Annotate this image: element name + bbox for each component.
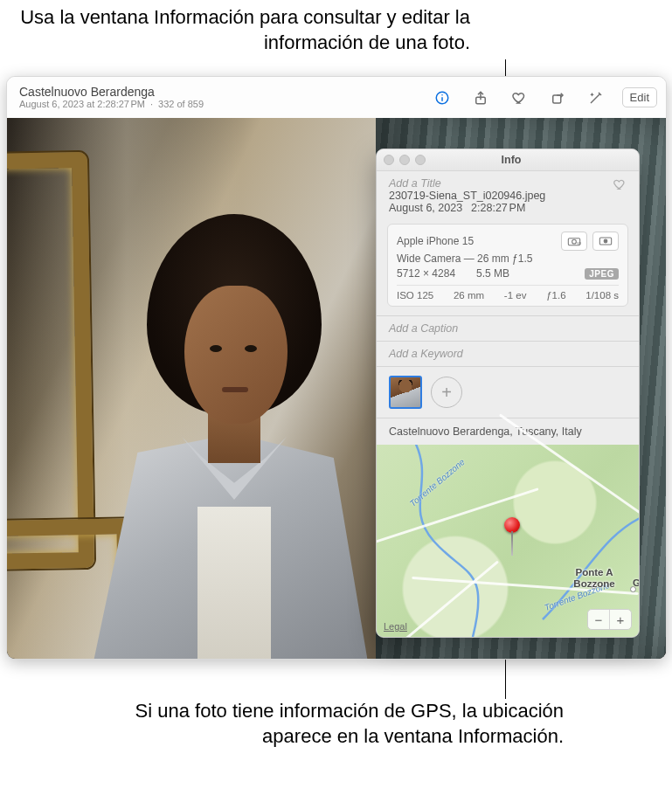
traffic-light-zoom[interactable] bbox=[415, 155, 426, 165]
auto-enhance-icon[interactable] bbox=[584, 86, 608, 110]
gold-frame-decoration bbox=[7, 152, 94, 570]
map-zoom-control: − + bbox=[587, 609, 632, 630]
svg-point-2 bbox=[441, 93, 443, 95]
exif-shutter: 1/108 s bbox=[585, 290, 619, 301]
toolbar-title-block: Castelnuovo Berardenga August 6, 2023 at… bbox=[19, 85, 246, 110]
image-filesize: 5.5 MB bbox=[476, 267, 509, 280]
river-label: Torrente Bozzone bbox=[408, 457, 467, 508]
traffic-light-close[interactable] bbox=[384, 155, 394, 165]
people-row: + bbox=[377, 366, 639, 418]
exif-aperture: ƒ1.6 bbox=[546, 290, 565, 301]
svg-text:WB: WB bbox=[577, 241, 581, 245]
raw-profile-icon[interactable] bbox=[592, 232, 619, 251]
info-date: August 6, 2023 bbox=[389, 202, 462, 214]
photos-toolbar: Castelnuovo Berardenga August 6, 2023 at… bbox=[7, 77, 666, 119]
info-header-section: Add a Title 230719-Siena_ST_i020946.jpeg… bbox=[377, 171, 639, 220]
camera-info-box: Apple iPhone 15 WB Wide Camera — 26 mm ƒ… bbox=[387, 224, 628, 307]
keyword-field[interactable]: Add a Keyword bbox=[389, 348, 463, 360]
exif-row: ISO 125 26 mm -1 ev ƒ1.6 1/108 s bbox=[397, 285, 619, 301]
map-zoom-in-button[interactable]: + bbox=[609, 610, 631, 629]
map-road bbox=[376, 487, 539, 544]
edit-button[interactable]: Edit bbox=[622, 87, 657, 107]
callout-info-window: Usa la ventana Información para consulta… bbox=[16, 5, 470, 55]
info-window-title: Info bbox=[431, 154, 592, 166]
photo-timestamp: August 6, 2023 at 2:28:27 PM bbox=[19, 99, 145, 110]
map-place-label-2: G bbox=[633, 577, 640, 588]
info-window-titlebar[interactable]: Info bbox=[377, 149, 639, 171]
camera-lens: Wide Camera — 26 mm ƒ1.5 bbox=[397, 252, 619, 265]
photo-counter: 332 of 859 bbox=[158, 99, 204, 110]
info-time: 2:28:27 PM bbox=[471, 202, 525, 214]
separator-dot bbox=[150, 99, 153, 110]
callout-leader-bottom bbox=[505, 660, 506, 699]
info-window: Info Add a Title 230719-Siena_ST_i020946… bbox=[376, 149, 640, 638]
camera-device: Apple iPhone 15 bbox=[397, 235, 474, 247]
info-favorite-heart-icon[interactable] bbox=[613, 177, 627, 194]
share-icon[interactable] bbox=[468, 86, 493, 110]
detected-face-thumbnail[interactable] bbox=[389, 376, 422, 409]
format-badge: JPEG bbox=[585, 268, 619, 280]
rotate-icon[interactable] bbox=[545, 86, 570, 110]
white-balance-icon[interactable]: WB bbox=[561, 232, 587, 251]
caption-field[interactable]: Add a Caption bbox=[389, 322, 458, 335]
exif-focal: 26 mm bbox=[454, 290, 484, 301]
svg-point-9 bbox=[604, 239, 607, 243]
filename-label: 230719-Siena_ST_i020946.jpeg bbox=[389, 190, 613, 202]
location-map[interactable]: Torrente Bozzone Torrente Bozzone Ponte … bbox=[377, 445, 639, 637]
map-zoom-out-button[interactable]: − bbox=[588, 610, 609, 629]
photo-location-title: Castelnuovo Berardenga bbox=[19, 85, 246, 99]
callout-gps-location: Si una foto tiene información de GPS, la… bbox=[131, 699, 564, 749]
title-field[interactable]: Add a Title bbox=[389, 177, 613, 190]
map-place-label: Ponte A Bozzone bbox=[564, 567, 625, 589]
traffic-light-minimize[interactable] bbox=[399, 155, 410, 165]
map-pin-icon[interactable] bbox=[504, 517, 520, 533]
exif-ev: -1 ev bbox=[504, 290, 527, 301]
river-line bbox=[377, 445, 640, 637]
favorite-heart-icon[interactable] bbox=[507, 86, 531, 110]
svg-point-6 bbox=[572, 239, 577, 244]
exif-iso: ISO 125 bbox=[397, 290, 433, 301]
image-dimensions: 5712 × 4284 bbox=[397, 267, 455, 280]
portrait-subject bbox=[86, 214, 357, 659]
map-legal-link[interactable]: Legal bbox=[384, 621, 407, 632]
add-person-button[interactable]: + bbox=[431, 377, 462, 408]
info-icon[interactable] bbox=[430, 86, 454, 110]
svg-rect-4 bbox=[552, 95, 560, 103]
